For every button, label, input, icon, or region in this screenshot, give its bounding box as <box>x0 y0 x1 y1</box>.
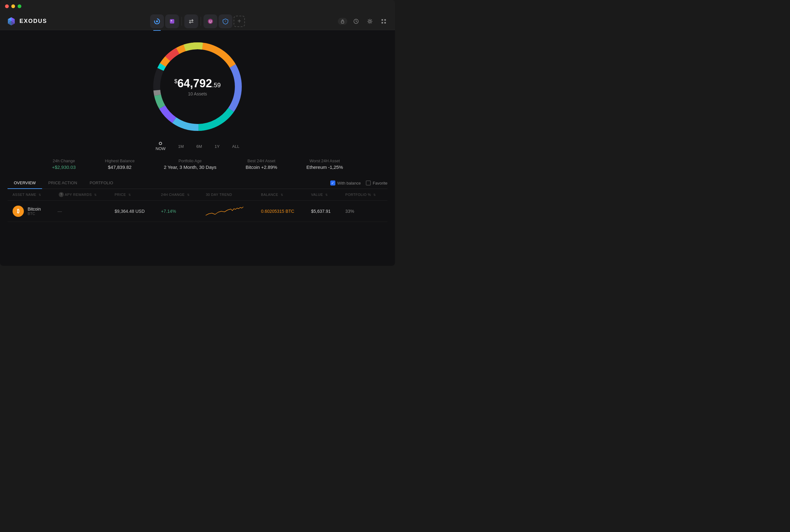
stat-24h-change: 24h Change +$2,930.03 <box>52 158 76 170</box>
col-asset-name[interactable]: ASSET NAME ⇅ <box>7 189 53 201</box>
nav-add-button[interactable]: + <box>233 16 245 27</box>
exodus-logo-icon <box>6 16 16 26</box>
timeline-1m[interactable]: 1M <box>178 144 184 149</box>
svg-rect-12 <box>381 19 383 21</box>
col-value[interactable]: VALUE ⇅ <box>306 189 340 201</box>
asset-portfolio-pct: 33% <box>340 201 388 222</box>
sort-portfolio-icon: ⇅ <box>373 193 376 196</box>
stat-best-asset: Best 24H Asset Bitcoin +2.89% <box>246 158 277 170</box>
svg-rect-14 <box>381 22 383 23</box>
main-content: $64,792.59 10 Assets NOW 1M 6M 1Y ALL 24… <box>0 30 395 266</box>
close-button[interactable] <box>5 4 9 8</box>
stat-age-label: Portfolio Age <box>164 158 217 163</box>
col-apy-rewards[interactable]: ? APY REWARDS ⇅ <box>53 189 110 201</box>
svg-point-7 <box>211 20 212 21</box>
svg-point-5 <box>208 19 213 24</box>
grid-button[interactable] <box>379 16 389 26</box>
portfolio-asset-count: 10 Assets <box>174 91 221 96</box>
nav-shield-button[interactable]: + <box>219 15 232 28</box>
stat-highest-label: Highest Balance <box>105 158 135 163</box>
nav-fun-button[interactable] <box>204 15 217 28</box>
tab-overview[interactable]: OVERVIEW <box>7 177 42 189</box>
timeline-now-dot <box>159 142 162 145</box>
app-title: EXODUS <box>19 18 47 24</box>
sort-24h-icon: ⇅ <box>187 193 190 196</box>
stat-24h-value: +$2,930.03 <box>52 165 76 170</box>
donut-chart: $64,792.59 10 Assets <box>147 36 248 137</box>
maximize-button[interactable] <box>18 4 21 8</box>
sparkline-svg <box>206 204 243 217</box>
sort-balance-icon: ⇅ <box>281 193 284 196</box>
stat-highest-value: $47,839.82 <box>105 165 135 170</box>
lock-toggle-button[interactable] <box>338 18 347 25</box>
stat-best-value: Bitcoin +2.89% <box>246 165 277 170</box>
favorite-label: Favorite <box>373 181 388 186</box>
asset-balance: 0.60205315 BTC <box>256 201 306 222</box>
nav-right <box>326 16 389 26</box>
stat-worst-label: Worst 24H Asset <box>306 158 343 163</box>
stats-row: 24h Change +$2,930.03 Highest Balance $4… <box>25 158 370 170</box>
tab-price-action[interactable]: PRICE ACTION <box>42 177 83 189</box>
settings-button[interactable] <box>365 16 375 26</box>
col-price[interactable]: PRICE ⇅ <box>110 189 156 201</box>
logo-area: EXODUS <box>6 16 69 26</box>
favorite-checkbox[interactable] <box>366 180 371 186</box>
col-portfolio-pct[interactable]: PORTFOLIO % ⇅ <box>340 189 388 201</box>
asset-value: $5,637.91 <box>306 201 340 222</box>
assets-table: ASSET NAME ⇅ ? APY REWARDS ⇅ PRICE ⇅ <box>7 189 388 222</box>
asset-apy: — <box>53 201 110 222</box>
table-body: ₿ Bitcoin BTC — $9,364.48 USD <box>7 201 388 222</box>
col-30d-trend: 30 DAY TREND <box>201 189 256 201</box>
table-row[interactable]: ₿ Bitcoin BTC — $9,364.48 USD <box>7 201 388 222</box>
stat-worst-asset: Worst 24H Asset Ethereum -1,25% <box>306 158 343 170</box>
filter-with-balance[interactable]: ✓ With balance <box>330 180 361 186</box>
nav-divider-2 <box>201 17 201 26</box>
asset-name-cell: ₿ Bitcoin BTC <box>7 201 53 222</box>
svg-rect-9 <box>341 21 344 23</box>
svg-point-2 <box>156 20 158 22</box>
sort-asset-name-icon: ⇅ <box>39 193 41 196</box>
stat-age-value: 2 Year, 3 Month, 30 Days <box>164 165 217 170</box>
svg-text:+: + <box>225 20 226 22</box>
nav-divider <box>182 17 182 26</box>
donut-center: $64,792.59 10 Assets <box>174 77 221 96</box>
timeline-6m[interactable]: 6M <box>196 144 202 149</box>
filter-favorite[interactable]: Favorite <box>366 180 388 186</box>
table-filters: ✓ With balance Favorite <box>330 180 388 186</box>
timeline-1y[interactable]: 1Y <box>214 144 220 149</box>
stat-best-label: Best 24H Asset <box>246 158 277 163</box>
apy-help-icon[interactable]: ? <box>59 192 64 197</box>
svg-rect-4 <box>171 20 172 21</box>
svg-rect-13 <box>384 19 386 21</box>
table-head: ASSET NAME ⇅ ? APY REWARDS ⇅ PRICE ⇅ <box>7 189 388 201</box>
col-24h-change[interactable]: 24H CHANGE ⇅ <box>156 189 201 201</box>
nav-nft-button[interactable] <box>165 15 179 28</box>
table-section: OVERVIEW PRICE ACTION PORTFOLIO ✓ With b… <box>0 177 395 222</box>
asset-ticker: BTC <box>27 211 41 216</box>
table-header-row: ASSET NAME ⇅ ? APY REWARDS ⇅ PRICE ⇅ <box>7 189 388 201</box>
svg-rect-3 <box>170 19 174 23</box>
stat-worst-value: Ethereum -1,25% <box>306 165 343 170</box>
asset-sparkline <box>201 201 256 222</box>
nav-center: + + <box>69 15 326 28</box>
timeline-now-label: NOW <box>156 146 166 151</box>
svg-rect-15 <box>384 22 386 23</box>
stat-portfolio-age: Portfolio Age 2 Year, 3 Month, 30 Days <box>164 158 217 170</box>
col-balance[interactable]: BALANCE ⇅ <box>256 189 306 201</box>
sort-value-icon: ⇅ <box>325 193 328 196</box>
with-balance-checkbox[interactable]: ✓ <box>330 180 335 186</box>
timeline-now[interactable]: NOW <box>156 142 166 151</box>
table-tabs: OVERVIEW PRICE ACTION PORTFOLIO ✓ With b… <box>7 177 388 189</box>
sort-price-icon: ⇅ <box>128 193 131 196</box>
asset-price: $9,364.48 USD <box>110 201 156 222</box>
history-button[interactable] <box>351 16 361 26</box>
nav-exchange-button[interactable] <box>184 15 198 28</box>
timeline-all[interactable]: ALL <box>232 144 239 149</box>
nav-portfolio-button[interactable] <box>150 15 164 28</box>
tab-portfolio[interactable]: PORTFOLIO <box>83 177 120 189</box>
titlebar <box>0 0 395 13</box>
asset-change-24h: +7.14% <box>156 201 201 222</box>
stat-highest-balance: Highest Balance $47,839.82 <box>105 158 135 170</box>
svg-point-11 <box>369 20 371 22</box>
minimize-button[interactable] <box>11 4 15 8</box>
